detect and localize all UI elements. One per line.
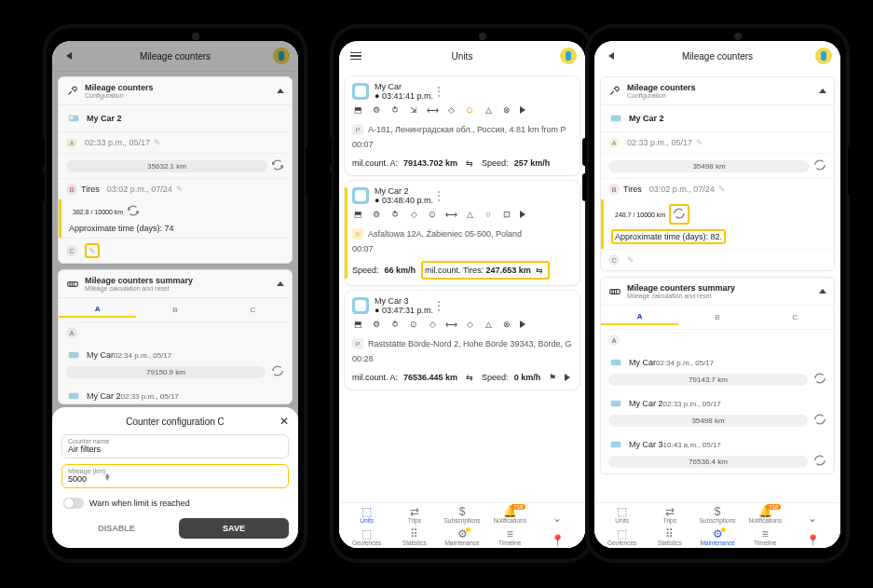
nav-maintenance[interactable]: ⚙Maintenance — [438, 528, 485, 546]
reset-icon[interactable] — [813, 372, 826, 387]
nav-timeline[interactable]: ≡Timeline — [742, 528, 789, 546]
edit-icon[interactable]: ✎ — [627, 255, 634, 265]
unit-card[interactable]: My Car ● 03:41:41 p.m. ⋮ ⬒⚙⥁⇲⟷◇⊙△⊗ P A-1… — [345, 76, 580, 175]
nav-geofences[interactable]: ⬚Geofences — [343, 528, 390, 546]
address-time: 00:28 — [352, 354, 374, 363]
chevron-up-icon[interactable] — [819, 89, 826, 93]
svg-rect-3 — [69, 352, 79, 359]
svg-rect-4 — [69, 393, 79, 400]
unit-card[interactable]: My Car 3 ● 03:47:31 p.m. ⋮ ⬒⚙⥁⊙◇⟷◇△⊗ P R… — [345, 291, 580, 390]
svg-rect-5 — [611, 116, 621, 122]
chevron-up-icon[interactable] — [277, 89, 284, 93]
nav-pin[interactable]: 📍 — [789, 535, 837, 546]
svg-rect-7 — [611, 360, 621, 366]
unit-row-name[interactable]: My Car 3 — [629, 440, 663, 449]
highlight-box — [669, 204, 689, 225]
nav-collapse[interactable]: ⌄ — [789, 513, 837, 524]
avatar[interactable] — [560, 48, 577, 64]
unit-name[interactable]: My Car 2 — [87, 114, 284, 123]
counter-row-a[interactable]: A 02:33 p.m., 05/17 ✎ — [59, 131, 292, 153]
nav-statistics[interactable]: ⠿Statistics — [390, 528, 438, 546]
reset-icon[interactable] — [271, 158, 284, 173]
nav-notifications[interactable]: 718🔔Notifications — [486, 506, 534, 524]
counter-row-b[interactable]: B Tires 03:02 p.m., 07/24 ✎ — [59, 178, 292, 199]
counter-icon — [608, 285, 621, 298]
speed-label: Speed: — [482, 158, 509, 168]
badge-c: C — [608, 254, 620, 266]
counter-row-c[interactable]: C ✎ — [59, 238, 292, 263]
chevron-right-icon[interactable] — [520, 321, 525, 328]
unit-name[interactable]: My Car 2 — [629, 114, 826, 123]
edit-icon[interactable]: ✎ — [176, 185, 184, 194]
config-card: Mileage counters Configuration My Car 2 … — [600, 76, 835, 271]
edit-icon[interactable]: ✎ — [718, 185, 726, 194]
tab-a[interactable]: A — [59, 302, 136, 318]
save-button[interactable]: SAVE — [179, 518, 289, 539]
appbar: Mileage counters — [594, 41, 840, 72]
reset-icon[interactable] — [813, 158, 826, 173]
car-icon — [608, 396, 623, 411]
approx-time: Approximate time (days): 74 — [69, 224, 174, 233]
reset-icon[interactable] — [271, 364, 284, 379]
reset-icon[interactable] — [673, 212, 686, 222]
menu-button[interactable] — [345, 52, 367, 61]
tab-c[interactable]: C — [214, 303, 292, 317]
nav-geofences[interactable]: ⬚Geofences — [598, 528, 646, 546]
edit-icon[interactable]: ✎ — [154, 138, 161, 147]
link-icon: ⇆ — [533, 264, 546, 277]
reset-icon[interactable] — [813, 413, 826, 428]
counter-name-field[interactable]: Counter name Air filters — [61, 434, 289, 458]
tab-b[interactable]: B — [136, 303, 213, 317]
nav-trips[interactable]: ⇄Trips — [390, 506, 438, 524]
edit-icon[interactable]: ✎ — [696, 138, 703, 147]
unit-row-name[interactable]: My Car — [629, 358, 656, 367]
config-title: Mileage counters — [627, 83, 819, 92]
car-icon — [608, 111, 623, 126]
more-icon[interactable]: ⋮ — [433, 89, 444, 94]
more-icon[interactable]: ⋮ — [433, 193, 444, 198]
unit-row-name[interactable]: My Car 2 — [629, 399, 663, 408]
mileage-field[interactable]: Mileage (km) 5000 ▴▾ — [61, 464, 289, 488]
nav-pin[interactable]: 📍 — [534, 535, 581, 546]
nav-notifications[interactable]: 718🔔Notifications — [742, 506, 789, 524]
warn-switch[interactable] — [63, 498, 84, 509]
unit-address: Asfaltowa 12A, Żabieniec 05-500, Poland — [368, 229, 522, 239]
avatar[interactable] — [815, 48, 832, 64]
disable-button[interactable]: DISABLE — [61, 518, 171, 539]
nav-subscriptions[interactable]: $Subscriptions — [438, 506, 485, 524]
nav-units[interactable]: ⬚Units — [343, 506, 390, 524]
nav-units[interactable]: ⬚Units — [598, 506, 646, 524]
unit-row-name[interactable]: My Car — [87, 350, 114, 360]
chevron-right-icon[interactable] — [520, 106, 525, 114]
unit-card[interactable]: My Car 2 ● 03:48:40 p.m. ⋮ ⬒⚙⥁◇⊙⟷△○⊡ ▷ A… — [345, 181, 580, 285]
nav-subscriptions[interactable]: $Subscriptions — [693, 506, 741, 524]
speed-value: 0 km/h — [514, 373, 541, 382]
chevron-right-icon[interactable] — [565, 374, 570, 381]
counter-icon — [66, 278, 79, 291]
more-icon[interactable]: ⋮ — [433, 303, 444, 308]
tab-c[interactable]: C — [757, 310, 834, 324]
close-icon[interactable]: ✕ — [280, 415, 289, 428]
config-card: Mileage counters Configuration My Car 2 … — [58, 76, 293, 264]
nav-trips[interactable]: ⇄Trips — [646, 506, 693, 524]
edit-icon[interactable]: ✎ — [89, 246, 96, 255]
tab-a[interactable]: A — [601, 309, 678, 325]
reset-icon[interactable] — [813, 454, 826, 469]
chevron-up-icon[interactable] — [277, 281, 284, 286]
chevron-right-icon[interactable] — [520, 211, 525, 218]
badge-b: B — [66, 184, 77, 195]
nav-collapse[interactable]: ⌄ — [534, 513, 581, 524]
unit-row-value: 76536.4 km — [608, 456, 808, 468]
unit-row-name[interactable]: My Car 2 — [87, 391, 121, 401]
nav-statistics[interactable]: ⠿Statistics — [646, 528, 693, 546]
nav-maintenance[interactable]: ⚙Maintenance — [693, 528, 741, 546]
back-button[interactable] — [600, 52, 622, 60]
stepper-buttons[interactable]: ▴▾ — [105, 472, 110, 480]
reset-icon[interactable] — [127, 204, 140, 219]
tab-b[interactable]: B — [678, 310, 756, 324]
approx-time: Approximate time (days): 82. — [611, 229, 726, 244]
unit-row-value: 79150.9 km — [66, 366, 266, 378]
nav-timeline[interactable]: ≡Timeline — [486, 528, 534, 546]
svg-rect-9 — [611, 442, 621, 448]
chevron-up-icon[interactable] — [819, 289, 826, 294]
